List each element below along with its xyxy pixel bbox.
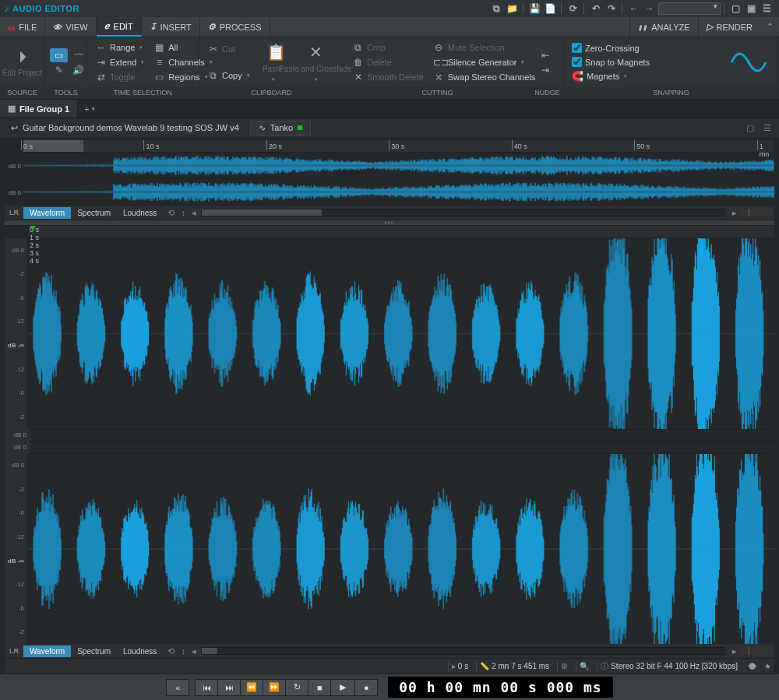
sort-icon[interactable]: ↕ (179, 646, 187, 656)
tab-process[interactable]: ⚙PROCESS (200, 17, 270, 37)
nudge-left-button[interactable]: ⇤ (536, 48, 554, 62)
skip-end-button[interactable]: ⏭ (217, 679, 241, 696)
breadcrumb[interactable]: ↩ Guitar Background demos Wavelab 9 test… (5, 121, 245, 135)
zoom-icon[interactable]: 🔍 (580, 662, 589, 670)
skip-start-button[interactable]: ⏮ (195, 679, 218, 696)
stop-button[interactable]: ■ (308, 679, 331, 696)
db-label: dB 0 (5, 429, 30, 441)
refresh-view-icon[interactable]: ⟲ (166, 646, 176, 656)
overview-tab-loudness[interactable]: Loudness (117, 207, 163, 219)
extend-button[interactable]: ⇥Extend▾ (92, 55, 147, 69)
tab-view[interactable]: 👁VIEW (45, 17, 96, 37)
ribbon-collapse-icon[interactable]: ⌃ (760, 17, 779, 37)
group-label-nudge: NUDGE (531, 87, 563, 99)
scroll-left-icon[interactable]: ◂ (190, 646, 198, 656)
speaker-tool-button[interactable]: 🔊 (69, 63, 87, 77)
nudge-right-button[interactable]: ⇥ (536, 63, 554, 77)
clip-tab[interactable]: ∿ Tanko (250, 121, 311, 135)
file-group-tab[interactable]: ▦File Group 1 (0, 100, 78, 118)
overview-ruler[interactable]: 0 s10 s20 s30 s40 s50 s1 mn (23, 140, 774, 153)
list-view-icon[interactable]: ☰ (760, 121, 774, 134)
detail-zoom-slider[interactable] (738, 647, 773, 655)
pencil-tool-button[interactable]: ✎ (50, 63, 68, 77)
overview-tab-spectrum[interactable]: Spectrum (71, 207, 117, 219)
tab-analyze[interactable]: ⫾⫾ANALYZE (629, 17, 697, 37)
pane-splitter[interactable] (5, 220, 774, 226)
bookmark-icon[interactable]: ⯄ (746, 662, 756, 670)
loop-button[interactable]: ↻ (285, 679, 308, 696)
all-icon: ▦ (153, 42, 165, 53)
overview-tab-waveform[interactable]: Waveform (23, 207, 71, 219)
window-list-icon[interactable]: ☰ (760, 2, 774, 15)
silence-generator-button[interactable]: ⊏⊐Silence Generator▾ (430, 55, 539, 69)
detail-track-right[interactable] (28, 454, 774, 645)
overview-track-right[interactable] (23, 179, 774, 206)
play-outline-icon: ⏵ (16, 47, 28, 65)
tab-edit[interactable]: ℯEDIT (97, 17, 142, 37)
paste-crossfade-button[interactable]: ✕Paste and Crossfade▾ (292, 40, 339, 84)
toggle-button[interactable]: ⇄Toggle (92, 70, 147, 84)
detail-ruler[interactable]: 0 s1 s2 s3 s4 s (30, 226, 774, 238)
snap-magnets-checkbox[interactable]: Snap to Magnets (569, 55, 653, 69)
overview-scrollbar[interactable] (201, 209, 724, 216)
add-file-group-button[interactable]: +▾ (78, 100, 100, 118)
ribbon: ⏵ Edit Project SOURCE ▭ 〰 ✎ 🔊 (0, 37, 779, 100)
swap-stereo-button[interactable]: ⤭Swap Stereo Channels (430, 70, 539, 84)
detail-scrollbar[interactable] (201, 647, 724, 655)
crop-button[interactable]: ⧉Crop (349, 40, 427, 55)
overview-zoom-slider[interactable] (738, 209, 773, 216)
brand-wave-icon (730, 44, 767, 81)
selection-tool-button[interactable]: ▭ (50, 48, 68, 62)
window-layout-icon[interactable]: ▣ (745, 2, 759, 15)
db-label: dB 0 (5, 179, 23, 206)
undo-icon[interactable]: ↶ (589, 2, 603, 15)
forward-icon[interactable]: → (643, 2, 657, 15)
refresh-view-icon[interactable]: ⟲ (166, 208, 176, 218)
cut-button[interactable]: ✂Cut (204, 42, 253, 56)
save-as-icon[interactable]: 📄 (544, 2, 558, 15)
refresh-icon[interactable]: ⟳ (566, 2, 580, 15)
maximize-view-icon[interactable]: ▢ (743, 121, 757, 134)
scroll-right-icon[interactable]: ▸ (731, 208, 738, 218)
scroll-left-icon[interactable]: ◂ (190, 208, 198, 218)
edit-project-button[interactable]: ⏵ Edit Project (5, 40, 40, 84)
save-icon[interactable]: 💾 (528, 2, 542, 15)
detail-tab-loudness[interactable]: Loudness (117, 645, 163, 657)
scroll-right-icon[interactable]: ▸ (731, 646, 738, 656)
open-folder-icon[interactable]: 📁 (506, 2, 520, 15)
fast-forward-button[interactable]: ⏩ (263, 679, 286, 696)
sort-icon[interactable]: ↕ (179, 208, 187, 217)
wave-icon: 〰 (72, 50, 84, 61)
back-icon[interactable]: ← (627, 2, 641, 15)
detail-track-left[interactable] (28, 238, 774, 429)
paste-button[interactable]: 📋Paste▾ (256, 40, 289, 84)
window-min-icon[interactable]: ▢ (729, 2, 743, 15)
play-button[interactable]: ▶ (330, 679, 355, 696)
overview-track-left[interactable] (23, 153, 774, 179)
zero-crossing-checkbox[interactable]: Zero-Crossing (569, 41, 653, 55)
delete-button[interactable]: 🗑Delete (349, 55, 427, 69)
record-button[interactable]: ● (354, 679, 378, 696)
magnets-button[interactable]: 🧲Magnets▾ (569, 69, 653, 83)
smooth-delete-button[interactable]: ✕Smooth Delete (349, 70, 427, 84)
wave-tool-button[interactable]: 〰 (69, 48, 87, 62)
redo-icon[interactable]: ↷ (605, 2, 619, 15)
copy-button[interactable]: ⧉Copy▾ (204, 69, 253, 83)
info-icon[interactable]: ⓘ (601, 661, 608, 672)
detail-db-scale-right: dB 0-2-6-12dB -∞-12-6-2 (5, 454, 28, 645)
star-icon[interactable]: ★ (761, 662, 771, 670)
range-button[interactable]: ↔Range▾ (92, 40, 147, 55)
mute-selection-button[interactable]: ⊖Mute Selection (430, 40, 539, 55)
swap-icon: ⤭ (433, 72, 445, 83)
detail-tab-spectrum[interactable]: Spectrum (71, 645, 117, 657)
status-position: 0 s (458, 662, 468, 670)
rewind-full-button[interactable]: « (166, 679, 189, 696)
new-folder-icon[interactable]: ⧉ (490, 2, 504, 15)
tab-render[interactable]: ▷RENDER (698, 17, 760, 37)
tab-file[interactable]: ωFILE (0, 17, 45, 37)
rewind-button[interactable]: ⏪ (240, 679, 263, 696)
tab-insert[interactable]: ↧INSERT (142, 17, 200, 37)
history-combo[interactable] (658, 2, 721, 15)
detail-tab-waveform[interactable]: Waveform (23, 645, 71, 657)
gear-icon[interactable]: ⚙ (561, 662, 568, 670)
